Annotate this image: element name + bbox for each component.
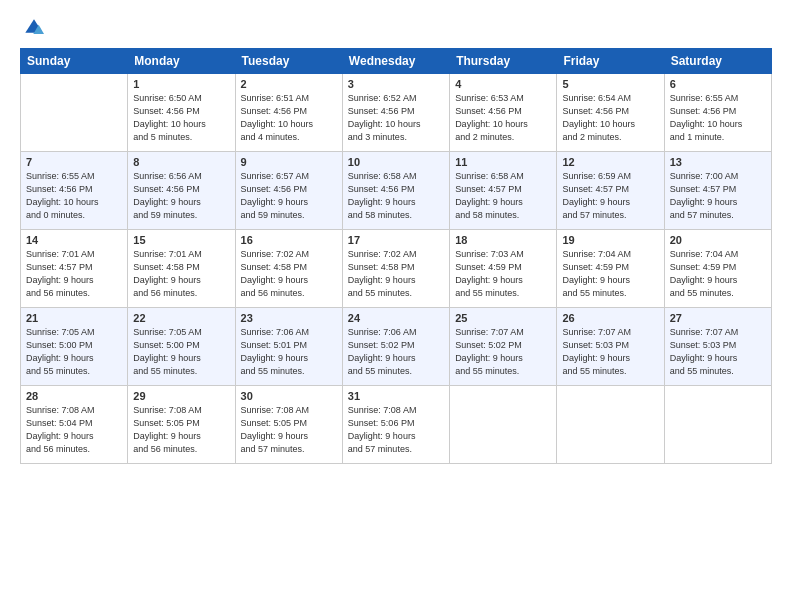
day-number: 13 [670, 156, 766, 168]
day-number: 6 [670, 78, 766, 90]
day-cell: 6Sunrise: 6:55 AM Sunset: 4:56 PM Daylig… [664, 74, 771, 152]
day-number: 12 [562, 156, 658, 168]
day-info: Sunrise: 7:07 AM Sunset: 5:03 PM Dayligh… [670, 326, 766, 378]
day-cell: 4Sunrise: 6:53 AM Sunset: 4:56 PM Daylig… [450, 74, 557, 152]
day-number: 21 [26, 312, 122, 324]
day-number: 23 [241, 312, 337, 324]
day-info: Sunrise: 6:58 AM Sunset: 4:56 PM Dayligh… [348, 170, 444, 222]
day-cell: 22Sunrise: 7:05 AM Sunset: 5:00 PM Dayli… [128, 308, 235, 386]
day-info: Sunrise: 7:01 AM Sunset: 4:57 PM Dayligh… [26, 248, 122, 300]
logo [20, 18, 44, 38]
week-row-4: 21Sunrise: 7:05 AM Sunset: 5:00 PM Dayli… [21, 308, 772, 386]
day-header-monday: Monday [128, 49, 235, 74]
day-cell: 18Sunrise: 7:03 AM Sunset: 4:59 PM Dayli… [450, 230, 557, 308]
day-info: Sunrise: 6:55 AM Sunset: 4:56 PM Dayligh… [670, 92, 766, 144]
day-number: 9 [241, 156, 337, 168]
day-info: Sunrise: 6:51 AM Sunset: 4:56 PM Dayligh… [241, 92, 337, 144]
day-number: 10 [348, 156, 444, 168]
day-number: 7 [26, 156, 122, 168]
page: SundayMondayTuesdayWednesdayThursdayFrid… [0, 0, 792, 612]
week-row-1: 1Sunrise: 6:50 AM Sunset: 4:56 PM Daylig… [21, 74, 772, 152]
day-info: Sunrise: 6:54 AM Sunset: 4:56 PM Dayligh… [562, 92, 658, 144]
day-number: 29 [133, 390, 229, 402]
day-number: 25 [455, 312, 551, 324]
day-cell: 19Sunrise: 7:04 AM Sunset: 4:59 PM Dayli… [557, 230, 664, 308]
day-info: Sunrise: 6:52 AM Sunset: 4:56 PM Dayligh… [348, 92, 444, 144]
day-info: Sunrise: 6:59 AM Sunset: 4:57 PM Dayligh… [562, 170, 658, 222]
day-number: 30 [241, 390, 337, 402]
day-number: 26 [562, 312, 658, 324]
day-number: 8 [133, 156, 229, 168]
day-header-friday: Friday [557, 49, 664, 74]
day-info: Sunrise: 6:53 AM Sunset: 4:56 PM Dayligh… [455, 92, 551, 144]
day-number: 15 [133, 234, 229, 246]
day-header-wednesday: Wednesday [342, 49, 449, 74]
day-info: Sunrise: 7:00 AM Sunset: 4:57 PM Dayligh… [670, 170, 766, 222]
day-header-saturday: Saturday [664, 49, 771, 74]
day-cell: 3Sunrise: 6:52 AM Sunset: 4:56 PM Daylig… [342, 74, 449, 152]
day-cell: 11Sunrise: 6:58 AM Sunset: 4:57 PM Dayli… [450, 152, 557, 230]
day-number: 24 [348, 312, 444, 324]
day-info: Sunrise: 6:57 AM Sunset: 4:56 PM Dayligh… [241, 170, 337, 222]
day-header-tuesday: Tuesday [235, 49, 342, 74]
logo-icon [24, 18, 44, 38]
day-cell: 14Sunrise: 7:01 AM Sunset: 4:57 PM Dayli… [21, 230, 128, 308]
day-number: 1 [133, 78, 229, 90]
day-header-sunday: Sunday [21, 49, 128, 74]
day-cell: 7Sunrise: 6:55 AM Sunset: 4:56 PM Daylig… [21, 152, 128, 230]
day-cell: 24Sunrise: 7:06 AM Sunset: 5:02 PM Dayli… [342, 308, 449, 386]
week-row-5: 28Sunrise: 7:08 AM Sunset: 5:04 PM Dayli… [21, 386, 772, 464]
day-info: Sunrise: 6:58 AM Sunset: 4:57 PM Dayligh… [455, 170, 551, 222]
day-info: Sunrise: 7:08 AM Sunset: 5:05 PM Dayligh… [241, 404, 337, 456]
calendar-table: SundayMondayTuesdayWednesdayThursdayFrid… [20, 48, 772, 464]
day-number: 19 [562, 234, 658, 246]
day-cell: 2Sunrise: 6:51 AM Sunset: 4:56 PM Daylig… [235, 74, 342, 152]
day-cell [557, 386, 664, 464]
day-number: 17 [348, 234, 444, 246]
day-info: Sunrise: 7:08 AM Sunset: 5:06 PM Dayligh… [348, 404, 444, 456]
day-cell: 16Sunrise: 7:02 AM Sunset: 4:58 PM Dayli… [235, 230, 342, 308]
day-number: 27 [670, 312, 766, 324]
day-info: Sunrise: 7:04 AM Sunset: 4:59 PM Dayligh… [562, 248, 658, 300]
day-cell: 29Sunrise: 7:08 AM Sunset: 5:05 PM Dayli… [128, 386, 235, 464]
day-number: 31 [348, 390, 444, 402]
day-cell: 5Sunrise: 6:54 AM Sunset: 4:56 PM Daylig… [557, 74, 664, 152]
day-cell [21, 74, 128, 152]
day-info: Sunrise: 7:04 AM Sunset: 4:59 PM Dayligh… [670, 248, 766, 300]
day-number: 20 [670, 234, 766, 246]
day-number: 18 [455, 234, 551, 246]
day-cell: 8Sunrise: 6:56 AM Sunset: 4:56 PM Daylig… [128, 152, 235, 230]
day-info: Sunrise: 7:02 AM Sunset: 4:58 PM Dayligh… [241, 248, 337, 300]
day-cell: 17Sunrise: 7:02 AM Sunset: 4:58 PM Dayli… [342, 230, 449, 308]
day-info: Sunrise: 6:50 AM Sunset: 4:56 PM Dayligh… [133, 92, 229, 144]
day-number: 14 [26, 234, 122, 246]
day-number: 2 [241, 78, 337, 90]
day-cell: 25Sunrise: 7:07 AM Sunset: 5:02 PM Dayli… [450, 308, 557, 386]
day-info: Sunrise: 7:01 AM Sunset: 4:58 PM Dayligh… [133, 248, 229, 300]
day-cell: 15Sunrise: 7:01 AM Sunset: 4:58 PM Dayli… [128, 230, 235, 308]
day-cell: 26Sunrise: 7:07 AM Sunset: 5:03 PM Dayli… [557, 308, 664, 386]
day-number: 28 [26, 390, 122, 402]
day-cell: 21Sunrise: 7:05 AM Sunset: 5:00 PM Dayli… [21, 308, 128, 386]
day-number: 11 [455, 156, 551, 168]
day-cell: 9Sunrise: 6:57 AM Sunset: 4:56 PM Daylig… [235, 152, 342, 230]
day-cell: 28Sunrise: 7:08 AM Sunset: 5:04 PM Dayli… [21, 386, 128, 464]
day-info: Sunrise: 7:07 AM Sunset: 5:03 PM Dayligh… [562, 326, 658, 378]
day-cell: 27Sunrise: 7:07 AM Sunset: 5:03 PM Dayli… [664, 308, 771, 386]
day-info: Sunrise: 7:03 AM Sunset: 4:59 PM Dayligh… [455, 248, 551, 300]
day-cell [450, 386, 557, 464]
day-cell [664, 386, 771, 464]
day-info: Sunrise: 7:07 AM Sunset: 5:02 PM Dayligh… [455, 326, 551, 378]
day-cell: 20Sunrise: 7:04 AM Sunset: 4:59 PM Dayli… [664, 230, 771, 308]
day-cell: 31Sunrise: 7:08 AM Sunset: 5:06 PM Dayli… [342, 386, 449, 464]
day-number: 4 [455, 78, 551, 90]
day-cell: 10Sunrise: 6:58 AM Sunset: 4:56 PM Dayli… [342, 152, 449, 230]
day-info: Sunrise: 7:06 AM Sunset: 5:02 PM Dayligh… [348, 326, 444, 378]
header-row: SundayMondayTuesdayWednesdayThursdayFrid… [21, 49, 772, 74]
day-cell: 1Sunrise: 6:50 AM Sunset: 4:56 PM Daylig… [128, 74, 235, 152]
day-number: 22 [133, 312, 229, 324]
day-info: Sunrise: 7:06 AM Sunset: 5:01 PM Dayligh… [241, 326, 337, 378]
week-row-3: 14Sunrise: 7:01 AM Sunset: 4:57 PM Dayli… [21, 230, 772, 308]
day-cell: 30Sunrise: 7:08 AM Sunset: 5:05 PM Dayli… [235, 386, 342, 464]
day-cell: 23Sunrise: 7:06 AM Sunset: 5:01 PM Dayli… [235, 308, 342, 386]
